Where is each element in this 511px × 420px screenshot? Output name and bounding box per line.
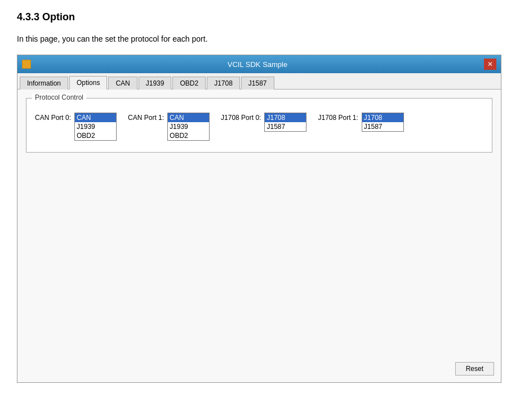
window-title: VCIL SDK Sample bbox=[31, 60, 484, 69]
can-port-1-item-0[interactable]: CAN bbox=[168, 113, 209, 122]
j1708-port-1-control: J1708 Port 1: J1708 J1587 bbox=[318, 113, 403, 132]
tab-obd2[interactable]: OBD2 bbox=[172, 77, 206, 90]
tab-options[interactable]: Options bbox=[69, 76, 107, 90]
can-port-0-item-0[interactable]: CAN bbox=[75, 113, 116, 122]
titlebar-left bbox=[22, 60, 31, 69]
tab-j1939[interactable]: J1939 bbox=[139, 77, 172, 90]
tab-j1708[interactable]: J1708 bbox=[207, 77, 240, 90]
j1708-port-1-item-0[interactable]: J1708 bbox=[362, 113, 403, 122]
j1708-port-0-listbox[interactable]: J1708 J1587 bbox=[264, 113, 306, 132]
j1708-port-1-item-1[interactable]: J1587 bbox=[362, 122, 403, 131]
can-port-1-item-2[interactable]: OBD2 bbox=[168, 131, 209, 140]
j1708-port-0-control: J1708 Port 0: J1708 J1587 bbox=[221, 113, 306, 132]
can-port-0-item-1[interactable]: J1939 bbox=[75, 122, 116, 131]
tab-can[interactable]: CAN bbox=[108, 77, 137, 90]
tab-information[interactable]: Information bbox=[20, 77, 68, 90]
j1708-port-1-label: J1708 Port 1: bbox=[318, 113, 358, 122]
vcil-window: VCIL SDK Sample ✕ Information Options CA… bbox=[17, 55, 501, 383]
protocol-control-group: Protocol Control CAN Port 0: CAN J1939 O… bbox=[26, 98, 492, 153]
can-port-1-listbox[interactable]: CAN J1939 OBD2 bbox=[167, 113, 210, 141]
j1708-port-1-listbox[interactable]: J1708 J1587 bbox=[362, 113, 404, 132]
group-box-legend: Protocol Control bbox=[32, 93, 86, 101]
content-area: Protocol Control CAN Port 0: CAN J1939 O… bbox=[17, 90, 501, 382]
can-port-0-control: CAN Port 0: CAN J1939 OBD2 bbox=[35, 113, 117, 141]
can-port-0-label: CAN Port 0: bbox=[35, 113, 71, 122]
titlebar: VCIL SDK Sample ✕ bbox=[17, 55, 501, 73]
can-port-1-control: CAN Port 1: CAN J1939 OBD2 bbox=[128, 113, 210, 141]
j1708-port-0-item-1[interactable]: J1587 bbox=[265, 122, 306, 131]
close-button[interactable]: ✕ bbox=[484, 59, 496, 70]
reset-button[interactable]: Reset bbox=[455, 362, 494, 376]
j1708-port-0-item-0[interactable]: J1708 bbox=[265, 113, 306, 122]
port-controls-row: CAN Port 0: CAN J1939 OBD2 CAN Port 1: C… bbox=[35, 113, 483, 141]
intro-text: In this page, you can the set the protoc… bbox=[17, 34, 494, 43]
app-icon bbox=[22, 60, 31, 69]
page-heading: 4.3.3 Option bbox=[17, 11, 494, 23]
can-port-0-item-2[interactable]: OBD2 bbox=[75, 131, 116, 140]
j1708-port-0-label: J1708 Port 0: bbox=[221, 113, 261, 122]
can-port-1-label: CAN Port 1: bbox=[128, 113, 164, 122]
tab-j1587[interactable]: J1587 bbox=[241, 77, 274, 90]
tabbar: Information Options CAN J1939 OBD2 J1708… bbox=[17, 73, 501, 90]
can-port-1-item-1[interactable]: J1939 bbox=[168, 122, 209, 131]
can-port-0-listbox[interactable]: CAN J1939 OBD2 bbox=[74, 113, 117, 141]
